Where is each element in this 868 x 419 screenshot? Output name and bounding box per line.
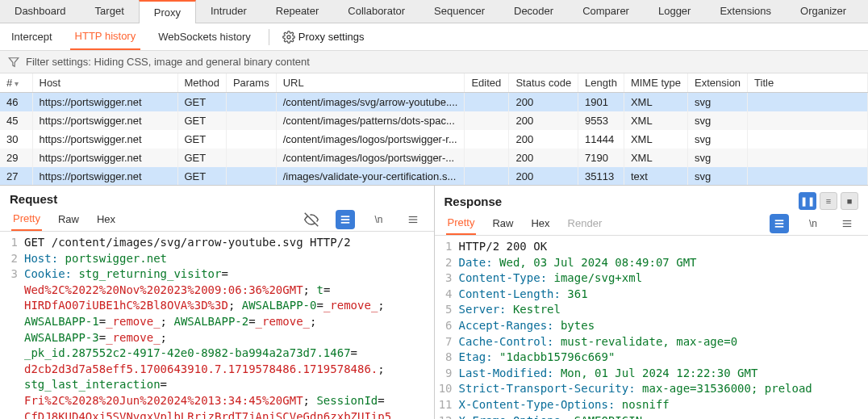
col-title[interactable]: Title — [748, 73, 868, 93]
top-tab-repeater[interactable]: Repeater — [261, 0, 333, 23]
cell-status: 200 — [509, 167, 578, 185]
table-row[interactable]: 30https://portswigger.netGET/content/ima… — [0, 130, 868, 149]
response-tab-raw[interactable]: Raw — [490, 212, 515, 234]
top-tab-intruder[interactable]: Intruder — [196, 0, 261, 23]
proxy-settings-link[interactable]: Proxy settings — [282, 31, 365, 44]
cell-title — [748, 130, 868, 149]
table-row[interactable]: 46https://portswigger.netGET/content/ima… — [0, 93, 868, 112]
request-panel: Request Pretty Raw Hex \n 1GET /content/… — [0, 186, 435, 419]
cell-params — [226, 149, 276, 167]
line-content: HTTP/2 200 OK — [459, 239, 869, 255]
line-content: AWSALBAPP-1=_remove_; AWSALBAPP-2=_remov… — [24, 314, 434, 330]
request-tabs: Pretty Raw Hex \n — [0, 207, 434, 232]
cell-n: 45 — [0, 111, 32, 130]
sub-tabs: Intercept HTTP history WebSockets histor… — [0, 23, 868, 51]
line-content: Cache-Control: must-revalidate, max-age=… — [459, 334, 869, 350]
cell-host: https://portswigger.net — [32, 167, 177, 185]
col-url[interactable]: URL — [276, 73, 465, 93]
line-content: Date: Wed, 03 Jul 2024 08:49:07 GMT — [459, 255, 869, 271]
top-tab-target[interactable]: Target — [81, 0, 139, 23]
top-tab-comparer[interactable]: Comparer — [568, 0, 644, 23]
response-tab-hex[interactable]: Hex — [529, 212, 551, 234]
cell-params — [226, 93, 276, 112]
response-hamburger-icon[interactable] — [837, 214, 857, 233]
cell-edited — [465, 111, 509, 130]
top-tabs: DashboardTargetProxyIntruderRepeaterColl… — [0, 0, 868, 23]
subtab-divider — [269, 29, 269, 45]
cell-method: GET — [177, 149, 226, 167]
response-tab-render[interactable]: Render — [566, 212, 604, 234]
request-tab-pretty[interactable]: Pretty — [11, 207, 42, 231]
cell-mime: XML — [624, 93, 687, 112]
layout-single-button[interactable]: ■ — [841, 192, 858, 210]
cell-url: /images/validate-your-certification.s... — [276, 167, 465, 185]
line-number: 7 — [435, 334, 459, 350]
line-number: 10 — [435, 381, 459, 397]
cell-ext: svg — [688, 130, 748, 149]
line-content: X-Content-Type-Options: nosniff — [459, 397, 869, 413]
subtab-websockets-history[interactable]: WebSockets history — [153, 24, 256, 49]
cell-method: GET — [177, 93, 226, 112]
col-status[interactable]: Status code — [509, 73, 578, 93]
col-mime[interactable]: MIME type — [624, 73, 687, 93]
table-row[interactable]: 27https://portswigger.netGET/images/vali… — [0, 167, 868, 185]
subtab-http-history[interactable]: HTTP history — [70, 23, 141, 50]
line-content: HIRDfAO07iUBE1hC%2Bl8OVA%3D%3D; AWSALBAP… — [24, 298, 434, 314]
line-number — [0, 346, 24, 362]
col-edited[interactable]: Edited — [465, 73, 509, 93]
subtab-intercept[interactable]: Intercept — [6, 24, 57, 49]
request-tab-raw[interactable]: Raw — [56, 208, 81, 230]
line-number: 11 — [435, 397, 459, 413]
table-row[interactable]: 45https://portswigger.netGET/content/ima… — [0, 111, 868, 130]
history-table: # Host Method Params URL Edited Status c… — [0, 73, 868, 185]
col-extension[interactable]: Extension — [688, 73, 748, 93]
layout-columns-button[interactable]: ❚❚ — [799, 192, 816, 210]
actions-icon[interactable] — [336, 210, 355, 229]
layout-rows-button[interactable]: ≡ — [820, 192, 837, 210]
request-title: Request — [10, 192, 57, 206]
response-body[interactable]: 1HTTP/2 200 OK2Date: Wed, 03 Jul 2024 08… — [435, 236, 869, 419]
cell-edited — [465, 167, 509, 185]
filter-label: Filter settings: Hiding CSS, image and g… — [26, 56, 310, 68]
newline-toggle[interactable]: \n — [369, 210, 389, 229]
response-actions-icon[interactable] — [770, 214, 789, 233]
col-host[interactable]: Host — [32, 73, 177, 93]
history-table-wrap: # Host Method Params URL Edited Status c… — [0, 73, 868, 185]
table-body: 46https://portswigger.netGET/content/ima… — [0, 93, 868, 186]
response-panel: Response ❚❚ ≡ ■ Pretty Raw Hex Render \n… — [435, 186, 869, 419]
response-newline-toggle[interactable]: \n — [803, 214, 823, 233]
hamburger-icon[interactable] — [403, 210, 423, 229]
request-body[interactable]: 1GET /content/images/svg/arrow-youtube.s… — [0, 232, 434, 419]
col-method[interactable]: Method — [177, 73, 226, 93]
table-row[interactable]: 29https://portswigger.netGET/content/ima… — [0, 149, 868, 167]
col-length[interactable]: Length — [578, 73, 624, 93]
visibility-toggle-icon[interactable] — [302, 210, 321, 229]
top-tab-sequencer[interactable]: Sequencer — [419, 0, 499, 23]
col-number[interactable]: # — [0, 73, 32, 93]
filter-bar[interactable]: Filter settings: Hiding CSS, image and g… — [0, 51, 868, 73]
line-content: Etag: "1dacbb15796c669" — [459, 350, 869, 366]
svg-rect-5 — [340, 221, 349, 223]
request-tab-hex[interactable]: Hex — [95, 208, 117, 230]
cell-url: /content/images/logos/portswigger-... — [276, 149, 465, 167]
col-params[interactable]: Params — [226, 73, 276, 93]
top-tab-logger[interactable]: Logger — [644, 0, 705, 23]
line-content: Server: Kestrel — [459, 302, 869, 318]
response-tab-pretty[interactable]: Pretty — [446, 212, 477, 235]
line-content: CfDJ8KUD4Qxj5SVNvqxVplbLRrizBrdT7jAniSCV… — [24, 409, 434, 419]
top-tab-proxy[interactable]: Proxy — [139, 0, 196, 23]
top-tab-dashboard[interactable]: Dashboard — [0, 0, 81, 23]
line-content: Strict-Transport-Security: max-age=31536… — [459, 381, 869, 397]
cell-url: /content/images/logos/portswigger-r... — [276, 130, 465, 149]
cell-method: GET — [177, 167, 226, 185]
top-tab-decoder[interactable]: Decoder — [499, 0, 568, 23]
cell-ext: svg — [688, 167, 748, 185]
cell-length: 1901 — [578, 93, 624, 112]
line-number: 6 — [435, 318, 459, 334]
cell-title — [748, 111, 868, 130]
top-tab-organizer[interactable]: Organizer — [786, 0, 861, 23]
top-tab-collaborator[interactable]: Collaborator — [333, 0, 419, 23]
line-number: 2 — [0, 251, 24, 267]
top-tab-extensions[interactable]: Extensions — [705, 0, 786, 23]
filter-icon — [8, 57, 19, 68]
